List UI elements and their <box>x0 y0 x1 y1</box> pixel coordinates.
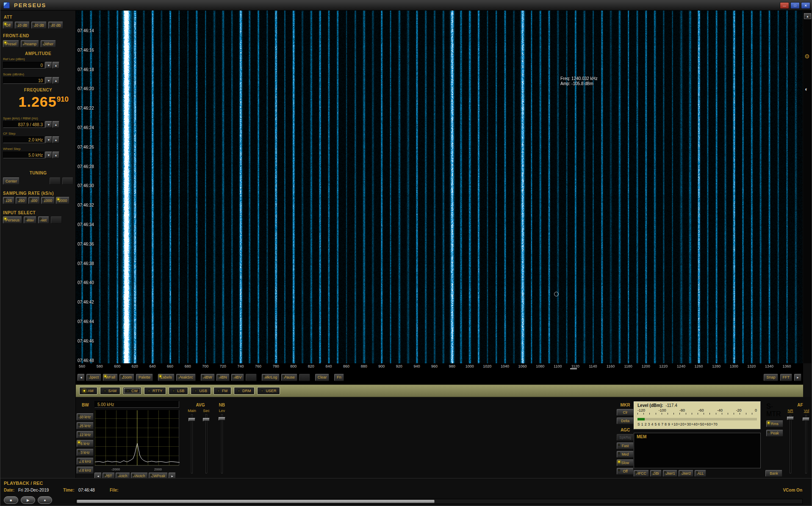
waterfall-canvas[interactable] <box>76 11 803 363</box>
mode-usb-button[interactable]: USB <box>191 387 211 395</box>
scale-up-button[interactable]: ▲ <box>53 77 59 84</box>
toolbar-peaksrc-button[interactable]: PeakSrc <box>176 374 196 381</box>
toolbar-fn-button[interactable]: Fn <box>334 374 344 381</box>
wheel-step-down-button[interactable]: ▼ <box>45 152 52 158</box>
scroll-left-button[interactable]: ◄ <box>78 374 85 381</box>
att-off-button[interactable]: Off <box>3 22 13 29</box>
mkr-clr-button[interactable]: Clr <box>617 409 634 416</box>
close-button[interactable]: ✕ <box>801 2 810 9</box>
mode-rtty-button[interactable]: RTTY <box>144 387 166 395</box>
scale-value[interactable]: 10 <box>3 77 45 84</box>
sampling-500-button[interactable]: 500 <box>28 197 40 204</box>
mem-hfcc-button[interactable]: HFCC <box>634 470 649 477</box>
play-button[interactable]: ▶ <box>21 496 35 504</box>
agc-slow-button[interactable]: Slow <box>617 459 634 466</box>
toolbar-palette-button[interactable]: Palette <box>136 374 153 381</box>
toolbar-fft-button[interactable]: FFT <box>780 374 793 381</box>
bw-6-khz-button[interactable]: 6 kHz <box>77 440 94 447</box>
toolbar-labels-button[interactable]: Labels <box>158 374 175 381</box>
cf-step-down-button[interactable]: ▼ <box>45 136 52 143</box>
toolbar-wfall-button[interactable]: WFall <box>103 374 118 381</box>
bw-25-khz-button[interactable]: 25 kHz <box>77 422 94 429</box>
mem-user1-button[interactable]: User1 <box>663 470 678 477</box>
af-vol-slider[interactable] <box>801 415 811 473</box>
smtr-rms-button[interactable]: Rms <box>766 420 783 427</box>
minimize-button[interactable]: — <box>780 2 789 9</box>
slider-thumb[interactable] <box>219 417 225 420</box>
toolbar-blank-button[interactable] <box>246 374 257 381</box>
tuning-blank-button[interactable] <box>62 177 73 185</box>
ref-level-value[interactable]: 0 <box>3 62 45 69</box>
cf-step-up-button[interactable]: ▲ <box>53 136 59 143</box>
att-10-db-button[interactable]: 10 dB <box>15 22 30 29</box>
att-30-db-button[interactable]: 30 dB <box>48 22 64 29</box>
smtr-peak-button[interactable]: Peak <box>766 430 783 437</box>
bw-50-khz-button[interactable]: 50 kHz <box>77 413 94 420</box>
bw-1-6-khz-button[interactable]: 1.6 kHz <box>77 458 94 465</box>
mode-cw-button[interactable]: CW <box>123 387 141 395</box>
sampling-2000-button[interactable]: 2000 <box>56 197 69 204</box>
nb-level-slider[interactable] <box>217 414 227 473</box>
mode-lsb-button[interactable]: LSB <box>169 387 188 395</box>
scrollbar-thumb[interactable] <box>77 500 435 503</box>
frequency-scale[interactable]: 5605806006206406606807007207407607808008… <box>76 363 803 370</box>
tuning-blank-button[interactable] <box>50 177 61 185</box>
tuning-center-button[interactable]: Center <box>3 177 19 185</box>
agc-spkrej-button[interactable]: SpkRej <box>617 434 634 441</box>
mode-fm-button[interactable]: FM <box>213 387 231 395</box>
mode-am-button[interactable]: AM <box>79 387 97 395</box>
scroll-right-button[interactable]: ► <box>794 374 801 381</box>
toolbar-pause-button[interactable]: Pause <box>281 374 297 381</box>
wheel-step-value[interactable]: 5.0 kHz <box>3 152 45 158</box>
mode-user-button[interactable]: USER <box>257 387 280 395</box>
af-nr-slider[interactable] <box>785 415 795 473</box>
bw-0-8-khz-button[interactable]: 0.8 kHz <box>77 467 94 474</box>
mkr-delta-button[interactable]: Delta <box>617 418 634 424</box>
sampling-250-button[interactable]: 250 <box>16 197 27 204</box>
stop-button[interactable]: ■ <box>4 496 18 504</box>
mem-user2-button[interactable]: User2 <box>679 470 693 477</box>
toolbar-clear-button[interactable]: Clear <box>315 374 330 381</box>
mem-all-button[interactable]: ALL <box>695 470 706 477</box>
bw-12-khz-button[interactable]: 12 kHz <box>77 431 94 438</box>
scroll-up-button[interactable]: ▲ <box>804 13 811 19</box>
sampling-125-button[interactable]: 125 <box>3 197 14 204</box>
frontend-presel-button[interactable]: Presel <box>3 40 19 47</box>
waterfall-scrollbar[interactable] <box>76 499 803 504</box>
toolbar-nbw-button[interactable]: NBW <box>201 374 215 381</box>
agc-off-button[interactable]: Off <box>617 468 634 475</box>
toolbar-nbn-button[interactable]: NBN <box>216 374 230 381</box>
input-blank-button[interactable] <box>51 216 62 224</box>
agc-fast-button[interactable]: Fast <box>617 442 634 449</box>
frequency-display[interactable]: 1.265910 <box>19 94 69 110</box>
gear-icon[interactable]: ⚙ <box>804 53 810 60</box>
input-net-button[interactable]: Net <box>38 216 49 224</box>
slider-thumb[interactable] <box>188 418 195 421</box>
toolbar-zoom-button[interactable]: Zoom <box>119 374 134 381</box>
frontend-preamp-button[interactable]: Preamp <box>21 40 39 47</box>
toolbar-snap-button[interactable]: Snap <box>764 374 778 381</box>
record-button[interactable]: ● <box>38 496 52 504</box>
mode-sam-button[interactable]: SAM <box>100 387 121 395</box>
span-value[interactable]: 837.9 / 488.3 <box>3 121 45 128</box>
input-wav-button[interactable]: Wav <box>24 216 36 224</box>
agc-med-button[interactable]: Med <box>617 451 634 458</box>
mem-eibi-button[interactable]: EiBi <box>650 470 662 477</box>
toolbar-spect-button[interactable]: Spect <box>86 374 101 381</box>
slider-thumb[interactable] <box>203 418 210 421</box>
toolbar-nbv-button[interactable]: NBV <box>231 374 244 381</box>
slider-thumb[interactable] <box>787 417 794 420</box>
contrast-icon[interactable]: ◐ <box>805 86 808 92</box>
scale-down-button[interactable]: ▼ <box>45 77 52 84</box>
frontend-dither-button[interactable]: Dither <box>41 40 56 47</box>
att-20-db-button[interactable]: 20 dB <box>31 22 47 29</box>
span-down-button[interactable]: ▼ <box>45 121 52 128</box>
maximize-button[interactable]: □ <box>790 2 800 9</box>
toolbar-mkrlog-button[interactable]: MkrLog <box>262 374 280 381</box>
avg-main-slider[interactable] <box>187 414 197 473</box>
sampling-1000-button[interactable]: 1000 <box>41 197 55 204</box>
toolbar-blank-button[interactable] <box>299 374 310 381</box>
mode-drm-button[interactable]: DRM <box>234 387 255 395</box>
input-perseus-button[interactable]: Perseus <box>3 216 22 224</box>
ref-level-up-button[interactable]: ▲ <box>53 62 59 69</box>
